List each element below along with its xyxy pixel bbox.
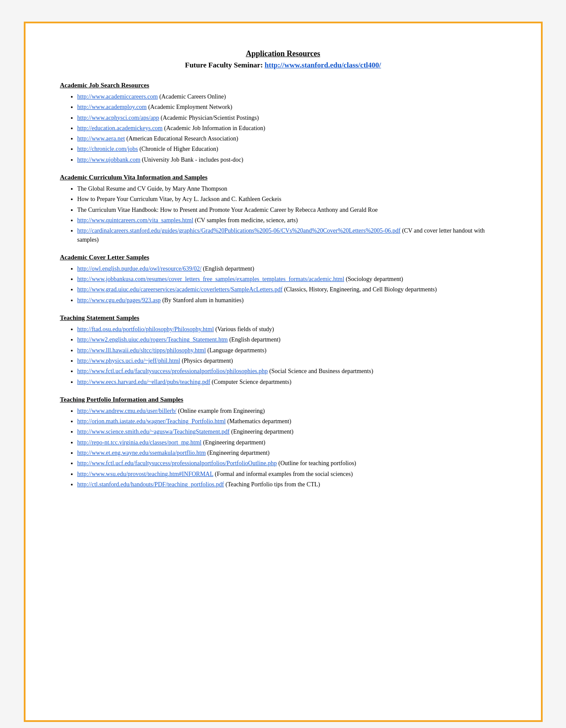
resource-link[interactable]: http://www.physics.uci.edu/~jeff/phil.ht… <box>77 358 180 364</box>
resource-description: (University Job Bank - includes post-doc… <box>141 156 243 163</box>
resource-description: (English department) <box>201 265 254 272</box>
resource-description: (Physics department) <box>180 358 233 364</box>
resource-link[interactable]: http://www.grad.uiuc.edu/careerservices/… <box>77 286 283 293</box>
list-item: http://chronicle.com/jobs (Chronicle of … <box>77 145 506 153</box>
subtitle-text: Future Faculty Seminar: <box>185 61 265 69</box>
list-item: http://www.physics.uci.edu/~jeff/phil.ht… <box>77 357 506 365</box>
section-list-teaching-statement: http://ftad.osu.edu/portfolio/philosophy… <box>60 325 506 386</box>
resource-description: (Academic Job Information in Education) <box>163 125 265 131</box>
resource-link[interactable]: http://cardinalcareers.stanford.edu/guid… <box>77 227 401 234</box>
resource-link[interactable]: http://chronicle.com/jobs <box>77 146 138 152</box>
sections-container: Academic Job Search Resourceshttp://www.… <box>60 82 506 489</box>
resource-description: (CV samples from medicine, science, arts… <box>193 217 298 224</box>
list-item: http://ftad.osu.edu/portfolio/philosophy… <box>77 325 506 334</box>
list-item: http://ctl.stanford.edu/handouts/PDF/tea… <box>77 480 506 489</box>
list-item: http://owl.english.purdue.edu/owl/resour… <box>77 265 506 273</box>
resource-description: (Engineering department) <box>230 428 294 435</box>
resource-link[interactable]: http://ctl.stanford.edu/handouts/PDF/tea… <box>77 481 224 488</box>
list-item: http://www.academploy.com (Academic Empl… <box>77 103 506 112</box>
doc-subtitle: Future Faculty Seminar: http://www.stanf… <box>60 61 506 70</box>
section-list-academic-cv: The Global Resume and CV Guide, by Mary … <box>60 185 506 244</box>
resource-link[interactable]: http://www.wsu.edu/provost/teaching.htm#… <box>77 471 214 477</box>
doc-title: Application Resources <box>60 49 506 58</box>
list-item: http://www.cgu.edu/pages/923.asp (By Sta… <box>77 296 506 305</box>
resource-link[interactable]: http://www.et.eng.wayne.edu/ssemakula/po… <box>77 450 206 456</box>
list-item: The Curriculum Vitae Handbook: How to Pr… <box>77 206 506 214</box>
resource-description: (Formal and informal examples from the s… <box>213 471 353 477</box>
resource-description: (Computer Science departments) <box>210 379 291 385</box>
section-title-academic-cover-letter: Academic Cover Letter Samples <box>60 254 506 261</box>
resource-link[interactable]: http://www.academploy.com <box>77 104 147 110</box>
resource-link[interactable]: http://orion.math.iastate.edu/wagner/Tea… <box>77 418 226 425</box>
resource-description: (Classics, History, Engineering, and Cel… <box>282 286 437 293</box>
section-academic-cover-letter: Academic Cover Letter Sampleshttp://owl.… <box>60 254 506 305</box>
section-title-teaching-portfolio: Teaching Portfolio Information and Sampl… <box>60 396 506 403</box>
list-item: http://www.aera.net (American Educationa… <box>77 134 506 143</box>
resource-description: (Academic Employment Network) <box>147 104 232 110</box>
subtitle-link[interactable]: http://www.stanford.edu/class/ctl400/ <box>265 61 381 69</box>
resource-description: (Online example from Engineering) <box>176 408 265 414</box>
list-item: http://www.grad.uiuc.edu/careerservices/… <box>77 285 506 294</box>
section-list-teaching-portfolio: http://www.andrew.cmu.edu/user/billerb/ … <box>60 407 506 489</box>
list-item: http://cardinalcareers.stanford.edu/guid… <box>77 227 506 244</box>
resource-link[interactable]: http://repo-nt.tcc.virginia.edu/classes/… <box>77 439 201 446</box>
section-academic-cv: Academic Curriculum Vita Information and… <box>60 174 506 244</box>
section-list-academic-cover-letter: http://owl.english.purdue.edu/owl/resour… <box>60 265 506 305</box>
resource-description: (American Educational Research Associati… <box>125 135 238 142</box>
resource-link[interactable]: http://www.eecs.harvard.edu/~ellard/pubs… <box>77 379 211 385</box>
list-item: How to Prepare Your Curriculum Vitae, by… <box>77 195 506 204</box>
list-item: http://education.academickeys.com (Acade… <box>77 124 506 133</box>
resource-link[interactable]: http://education.academickeys.com <box>77 125 163 131</box>
list-item: http://www.fctl.ucf.edu/facultysuccess/p… <box>77 459 506 468</box>
section-title-teaching-statement: Teaching Statement Samples <box>60 314 506 322</box>
list-item: http://www.eecs.harvard.edu/~ellard/pubs… <box>77 378 506 386</box>
resource-link[interactable]: http://www.lll.hawaii.edu/sltcc/tipps/ph… <box>77 347 206 354</box>
resource-link[interactable]: http://owl.english.purdue.edu/owl/resour… <box>77 265 201 272</box>
resource-description: The Global Resume and CV Guide, by Mary … <box>77 185 227 192</box>
resource-description: (By Stanford alum in humanities) <box>161 297 244 303</box>
resource-link[interactable]: http://ftad.osu.edu/portfolio/philosophy… <box>77 326 214 332</box>
list-item: http://www.acphysci.com/aps/app (Academi… <box>77 114 506 122</box>
list-item: The Global Resume and CV Guide, by Mary … <box>77 185 506 193</box>
list-item: http://www.academiccareers.com (Academic… <box>77 93 506 101</box>
resource-description: (Engineering department) <box>201 439 265 446</box>
resource-description: (English department) <box>228 336 281 343</box>
section-title-academic-job-search: Academic Job Search Resources <box>60 82 506 89</box>
resource-description: How to Prepare Your Curriculum Vitae, by… <box>77 196 281 202</box>
resource-link[interactable]: http://www.fctl.ucf.edu/facultysuccess/p… <box>77 368 268 374</box>
resource-description: (Sociology department) <box>344 276 403 282</box>
resource-link[interactable]: http://www.cgu.edu/pages/923.asp <box>77 297 161 303</box>
resource-link[interactable]: http://www.science.smith.edu/~aguswa/Tea… <box>77 428 230 435</box>
resource-description: (Outline for teaching portfolios) <box>277 460 356 466</box>
list-item: http://www.science.smith.edu/~aguswa/Tea… <box>77 428 506 436</box>
resource-link[interactable]: http://www.andrew.cmu.edu/user/billerb/ <box>77 408 177 414</box>
resource-description: (Academic Careers Online) <box>158 93 226 100</box>
resource-description: (Teaching Portfolio tips from the CTL) <box>224 481 320 488</box>
resource-link[interactable]: http://www.acphysci.com/aps/app <box>77 115 160 121</box>
resource-link[interactable]: http://www.fctl.ucf.edu/facultysuccess/p… <box>77 460 277 466</box>
resource-description: (Language departments) <box>206 347 266 354</box>
list-item: http://orion.math.iastate.edu/wagner/Tea… <box>77 417 506 426</box>
resource-link[interactable]: http://www.quintcareers.com/vita_samples… <box>77 217 194 224</box>
resource-link[interactable]: http://www.jobbankusa.com/resumes/cover_… <box>77 276 345 282</box>
list-item: http://www.jobbankusa.com/resumes/cover_… <box>77 275 506 284</box>
resource-description: The Curriculum Vitae Handbook: How to Pr… <box>77 207 378 213</box>
resource-description: (Mathematics department) <box>226 418 291 425</box>
resource-link[interactable]: http://www.ujobbank.com <box>77 156 141 163</box>
section-teaching-portfolio: Teaching Portfolio Information and Sampl… <box>60 396 506 489</box>
resource-description: (Various fields of study) <box>214 326 274 332</box>
list-item: http://www.fctl.ucf.edu/facultysuccess/p… <box>77 367 506 376</box>
section-academic-job-search: Academic Job Search Resourceshttp://www.… <box>60 82 506 164</box>
resource-link[interactable]: http://www.academiccareers.com <box>77 93 158 100</box>
document: Application Resources Future Faculty Sem… <box>24 22 543 722</box>
resource-description: (Chronicle of Higher Education) <box>138 146 218 152</box>
resource-description: (Academic Physician/Scientist Postings) <box>159 115 259 121</box>
list-item: http://www.ujobbank.com (University Job … <box>77 156 506 164</box>
list-item: http://repo-nt.tcc.virginia.edu/classes/… <box>77 438 506 447</box>
section-teaching-statement: Teaching Statement Sampleshttp://ftad.os… <box>60 314 506 386</box>
list-item: http://www.lll.hawaii.edu/sltcc/tipps/ph… <box>77 346 506 355</box>
list-item: http://www.andrew.cmu.edu/user/billerb/ … <box>77 407 506 415</box>
resource-link[interactable]: http://www.aera.net <box>77 135 125 142</box>
resource-link[interactable]: http://www2.english.uiuc.edu/rogers/Teac… <box>77 336 228 343</box>
list-item: http://www.wsu.edu/provost/teaching.htm#… <box>77 470 506 479</box>
